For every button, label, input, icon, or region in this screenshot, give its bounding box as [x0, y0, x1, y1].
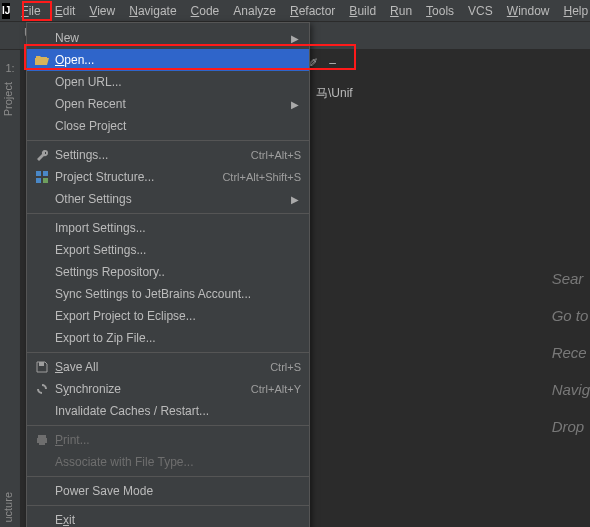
app-icon: IJ — [2, 3, 10, 19]
menu-print: Print... — [27, 429, 309, 451]
menu-open-url[interactable]: Open URL... — [27, 71, 309, 93]
menu-export-settings[interactable]: Export Settings... — [27, 239, 309, 261]
menu-navigate[interactable]: Navigate — [122, 1, 183, 21]
menu-open-recent[interactable]: Open Recent▶ — [27, 93, 309, 115]
separator — [27, 213, 309, 214]
sync-icon — [33, 383, 51, 395]
chevron-right-icon: ▶ — [291, 33, 301, 44]
menu-project-structure[interactable]: Project Structure...Ctrl+Alt+Shift+S — [27, 166, 309, 188]
menu-open[interactable]: Open... — [27, 49, 309, 71]
menu-power-save[interactable]: Power Save Mode — [27, 480, 309, 502]
menu-settings[interactable]: Settings...Ctrl+Alt+S — [27, 144, 309, 166]
shortcut: Ctrl+Alt+S — [243, 149, 301, 161]
sidebar-structure-label: ucture — [0, 488, 16, 527]
menu-vcs[interactable]: VCS — [461, 1, 500, 21]
menu-other-settings[interactable]: Other Settings▶ — [27, 188, 309, 210]
separator — [27, 476, 309, 477]
welcome-hints: Sear Go to Rece Navig Drop — [542, 250, 590, 455]
menu-invalidate-caches[interactable]: Invalidate Caches / Restart... — [27, 400, 309, 422]
menu-code[interactable]: Code — [184, 1, 227, 21]
svg-rect-4 — [39, 362, 44, 366]
separator — [27, 425, 309, 426]
hint-recent: Rece — [542, 344, 590, 361]
shortcut: Ctrl+Alt+Shift+S — [214, 171, 301, 183]
hint-goto: Go to — [542, 307, 590, 324]
menu-synchronize[interactable]: SynchronizeCtrl+Alt+Y — [27, 378, 309, 400]
menubar: IJ File Edit View Navigate Code Analyze … — [0, 0, 590, 22]
menu-view[interactable]: View — [82, 1, 122, 21]
sidebar-project-label: Project — [0, 76, 16, 122]
separator — [27, 505, 309, 506]
project-structure-icon — [33, 171, 51, 183]
menu-close-project[interactable]: Close Project — [27, 115, 309, 137]
separator — [27, 140, 309, 141]
menu-sync-jetbrains[interactable]: Sync Settings to JetBrains Account... — [27, 283, 309, 305]
menu-exit[interactable]: Exit — [27, 509, 309, 527]
hint-search: Sear — [542, 270, 590, 287]
shortcut: Ctrl+S — [262, 361, 301, 373]
menu-save-all[interactable]: Save AllCtrl+S — [27, 356, 309, 378]
menu-file[interactable]: File — [14, 1, 47, 21]
sidebar-structure-tab[interactable]: ucture — [0, 488, 20, 527]
print-icon — [33, 434, 51, 446]
menu-refactor[interactable]: Refactor — [283, 1, 342, 21]
hint-drop: Drop — [542, 418, 590, 435]
menu-analyze[interactable]: Analyze — [226, 1, 283, 21]
file-menu-dropdown: New▶ Open... Open URL... Open Recent▶ Cl… — [26, 22, 310, 527]
svg-rect-2 — [36, 178, 41, 183]
menu-window[interactable]: Window — [500, 1, 557, 21]
menu-import-settings[interactable]: Import Settings... — [27, 217, 309, 239]
menu-tools[interactable]: Tools — [419, 1, 461, 21]
menu-export-zip[interactable]: Export to Zip File... — [27, 327, 309, 349]
path-fragment: 马\Unif — [316, 85, 353, 102]
menu-settings-repo[interactable]: Settings Repository.. — [27, 261, 309, 283]
svg-rect-1 — [43, 171, 48, 176]
sidebar-project-tab[interactable]: 1: Project — [0, 60, 20, 122]
chevron-right-icon: ▶ — [291, 99, 301, 110]
menu-edit[interactable]: Edit — [48, 1, 83, 21]
menu-help[interactable]: Help — [556, 1, 590, 21]
folder-open-icon — [33, 54, 51, 66]
save-icon — [33, 361, 51, 373]
menu-export-eclipse[interactable]: Export Project to Eclipse... — [27, 305, 309, 327]
menu-build[interactable]: Build — [342, 1, 383, 21]
sidebar-project-num: 1: — [0, 60, 20, 76]
chevron-right-icon: ▶ — [291, 194, 301, 205]
menu-new[interactable]: New▶ — [27, 27, 309, 49]
svg-rect-5 — [38, 435, 46, 438]
svg-rect-7 — [39, 442, 45, 445]
menu-run[interactable]: Run — [383, 1, 419, 21]
separator — [27, 352, 309, 353]
menu-associate-file-type: Associate with File Type... — [27, 451, 309, 473]
wrench-icon — [33, 149, 51, 162]
svg-rect-3 — [43, 178, 48, 183]
shortcut: Ctrl+Alt+Y — [243, 383, 301, 395]
svg-rect-0 — [36, 171, 41, 176]
toolbar-minimize-icon[interactable]: – — [329, 56, 336, 70]
hint-nav: Navig — [542, 381, 590, 398]
